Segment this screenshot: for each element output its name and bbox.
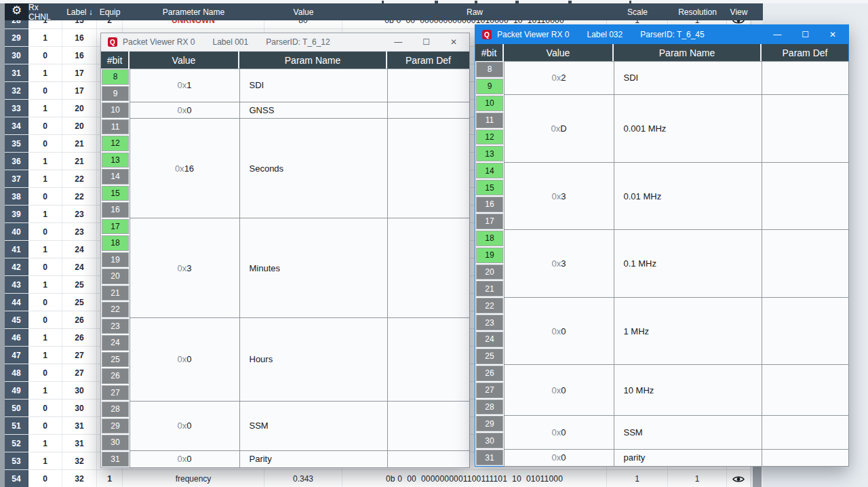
- cell-parameter-name: frequency: [123, 470, 264, 487]
- bit-cell-23: 23: [476, 315, 503, 330]
- column-header-resolution[interactable]: Resolution: [668, 3, 727, 20]
- cell-rx-chnl: 0: [28, 364, 62, 382]
- row-number: 48: [5, 364, 28, 382]
- column-header-raw[interactable]: Raw: [342, 3, 607, 20]
- hex-prefix: 0x: [552, 452, 561, 463]
- maximize-button[interactable]: ☐: [422, 38, 430, 46]
- cell-rx-chnl: 1: [28, 100, 62, 117]
- cell-label: 22: [62, 170, 97, 188]
- cell-rx-chnl: 0: [28, 47, 62, 64]
- cell-label: 24: [62, 241, 97, 258]
- cell-label: 26: [62, 311, 97, 329]
- group-param-name: Seconds: [239, 118, 388, 218]
- column-header-bit[interactable]: #bit: [475, 44, 504, 61]
- row-number: 39: [5, 206, 28, 223]
- hex-prefix: 0x: [552, 427, 561, 437]
- row-number: 51: [5, 417, 28, 435]
- column-header-param-name[interactable]: Param Name: [614, 44, 762, 61]
- cell-rx-chnl: 1: [28, 153, 62, 170]
- bit-cell-24: 24: [102, 335, 129, 351]
- hex-prefix: 0x: [178, 354, 187, 364]
- window-parser-id: ParserID: T_6_45: [640, 30, 705, 39]
- scrollbar-thumb[interactable]: [753, 464, 762, 487]
- row-number: 52: [5, 435, 28, 452]
- hex-digits: 3: [186, 263, 191, 273]
- cell-label: 25: [62, 276, 97, 294]
- column-header-value[interactable]: Value: [264, 3, 342, 20]
- group-value: 0x16: [130, 118, 240, 218]
- group-param-def: [762, 61, 849, 96]
- cell-label: 23: [62, 206, 97, 223]
- group-param-name: 0.001 MHz: [614, 94, 762, 163]
- hex-prefix: 0x: [178, 80, 187, 90]
- table-row[interactable]: 540321frequency0.3430b 0 00 000000000110…: [5, 470, 751, 487]
- bit-cell-22: 22: [476, 298, 503, 313]
- bit-cell-16: 16: [102, 202, 129, 218]
- close-button[interactable]: ✕: [450, 38, 457, 46]
- group-param-name: SDI: [614, 61, 762, 96]
- bit-cell-25: 25: [102, 352, 129, 368]
- cell-rx-chnl: 1: [28, 329, 62, 347]
- cell-equip: 1: [97, 470, 123, 487]
- cell-rx-chnl: 0: [28, 417, 62, 435]
- column-header-param-name[interactable]: Param Name: [239, 52, 387, 69]
- column-header-bit[interactable]: #bit: [101, 52, 130, 69]
- bit-cell-13: 13: [102, 153, 129, 168]
- hex-prefix: 0x: [552, 326, 561, 336]
- maximize-button[interactable]: ☐: [802, 31, 809, 39]
- bit-cell-30: 30: [102, 435, 129, 450]
- column-header-param-def[interactable]: Param Def: [387, 52, 469, 69]
- hex-digits: 2: [561, 73, 566, 83]
- bit-cell-12: 12: [476, 130, 503, 145]
- group-param-def: [762, 94, 849, 163]
- column-header-parameter-name[interactable]: Parameter Name: [123, 3, 264, 20]
- cell-label: 24: [62, 258, 97, 276]
- cell-rx-chnl: 0: [28, 135, 62, 153]
- cell-equip: 2: [97, 20, 123, 29]
- window-label: Label 001: [213, 37, 249, 47]
- window-title: Packet Viewer RX 0: [123, 37, 195, 47]
- column-header-value[interactable]: Value: [130, 52, 239, 69]
- cell-rx-chnl: 1: [28, 64, 62, 82]
- minimize-button[interactable]: —: [394, 38, 402, 46]
- cell-rx-chnl: 0: [28, 294, 62, 311]
- clipped-glyph: [629, 1, 631, 3]
- minimize-button[interactable]: —: [773, 31, 781, 39]
- bit-cell-21: 21: [102, 286, 129, 301]
- bit-cell-12: 12: [102, 136, 129, 151]
- titlebar[interactable]: Q Packet Viewer RX 0 Label 032 ParserID:…: [475, 25, 848, 44]
- column-header-rx-chnl[interactable]: Rx CHNL: [28, 3, 62, 20]
- bit-cell-27: 27: [476, 383, 503, 398]
- cell-rx-chnl: 1: [28, 20, 62, 29]
- titlebar[interactable]: Q Packet Viewer RX 0 Label 001 ParserID:…: [101, 33, 469, 52]
- bit-cell-26: 26: [102, 368, 129, 384]
- close-button[interactable]: ✕: [829, 31, 836, 39]
- row-number: 50: [5, 400, 28, 417]
- group-param-name: SSM: [239, 401, 388, 452]
- cell-label: 22: [62, 188, 97, 206]
- top-strip-clipped-text: [0, 0, 868, 3]
- window-label: Label 032: [587, 30, 623, 39]
- column-header-label[interactable]: Label ↓: [62, 3, 97, 20]
- group-value: 0xD: [504, 94, 614, 163]
- bit-cell-28: 28: [476, 400, 503, 415]
- cell-parameter-name: UNKNOWN: [123, 20, 264, 29]
- bit-cell-15: 15: [476, 180, 503, 195]
- column-header-scale[interactable]: Scale: [607, 3, 668, 20]
- background-grid-header: ⚙ Rx CHNLLabel ↓EquipParameter NameValue…: [5, 3, 763, 20]
- bit-cell-16: 16: [476, 197, 503, 212]
- column-header-value[interactable]: Value: [504, 44, 614, 61]
- cell-label: 20: [62, 117, 97, 135]
- bit-cell-18: 18: [102, 235, 129, 251]
- hex-prefix: 0x: [178, 421, 187, 431]
- group-value: 0x0: [504, 415, 614, 450]
- view-eye-icon[interactable]: [727, 470, 751, 487]
- column-header-equip[interactable]: Equip: [97, 3, 123, 20]
- group-value: 0x0: [130, 401, 240, 452]
- bit-cell-20: 20: [476, 265, 503, 280]
- group-param-def: [762, 297, 849, 366]
- column-header-view[interactable]: View: [727, 3, 751, 20]
- hex-digits: 3: [561, 191, 566, 201]
- column-header-param-def[interactable]: Param Def: [762, 44, 848, 61]
- cell-rx-chnl: 1: [28, 206, 62, 223]
